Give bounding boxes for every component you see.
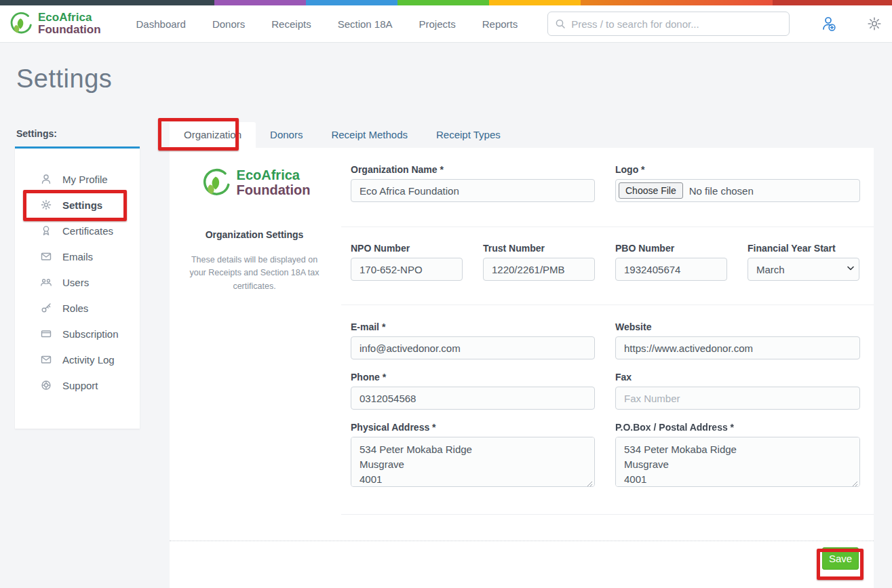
website-label: Website [615, 321, 860, 332]
organization-logo-text: EcoAfrica Foundation [237, 168, 311, 197]
logo-line1: EcoAfrica [237, 168, 311, 183]
top-stripe-segment [306, 0, 397, 5]
tab-receipt-types[interactable]: Receipt Types [422, 122, 515, 148]
organization-name-input[interactable] [351, 179, 595, 202]
settings-tabs: Organization Donors Receipt Methods Rece… [170, 122, 515, 148]
trust-number-input[interactable] [483, 258, 595, 281]
main-nav: Dashboard Donors Receipts Section 18A Pr… [136, 18, 518, 30]
sidebar-item-certificates[interactable]: Certificates [15, 218, 140, 243]
email-input[interactable] [351, 336, 595, 359]
nav-projects[interactable]: Projects [419, 18, 456, 30]
sidebar-item-label: Emails [62, 251, 93, 262]
page-title: Settings [16, 64, 112, 94]
financial-year-start-select[interactable]: March [748, 258, 859, 281]
npo-number-input[interactable] [351, 258, 463, 281]
panel-subtitle: Organization Settings [170, 229, 339, 240]
sidebar-heading: Settings: [16, 128, 57, 139]
email-label: E-mail * [351, 321, 595, 332]
postal-address-label: P.O.Box / Postal Address * [615, 422, 860, 433]
file-chosen-status: No file chosen [689, 185, 754, 197]
nav-donors[interactable]: Donors [212, 18, 245, 30]
npo-number-label: NPO Number [351, 243, 463, 254]
gear-icon[interactable] [866, 16, 883, 32]
pbo-number-input[interactable] [615, 258, 727, 281]
sidebar-item-label: Certificates [62, 225, 113, 237]
leaf-logo-icon [199, 165, 234, 201]
logo-file-input[interactable]: Choose File No file chosen [615, 179, 860, 202]
section-divider [341, 514, 874, 515]
fax-input[interactable] [615, 387, 860, 410]
search-icon [555, 18, 566, 29]
organization-settings-panel: EcoAfrica Foundation Organization Settin… [170, 148, 874, 588]
sidebar-item-roles[interactable]: Roles [15, 295, 140, 321]
top-color-stripe [0, 0, 892, 5]
sidebar-item-label: Roles [62, 302, 88, 314]
fax-label: Fax [615, 372, 860, 383]
tab-organization[interactable]: Organization [170, 122, 256, 148]
nav-reports[interactable]: Reports [482, 18, 518, 30]
top-stripe-segment [214, 0, 306, 5]
organization-logo: EcoAfrica Foundation [199, 165, 311, 201]
top-stripe-segment [489, 0, 581, 5]
postal-address-textarea[interactable]: 534 Peter Mokaba Ridge Musgrave 4001 [615, 437, 860, 487]
financial-year-start-label: Financial Year Start [748, 243, 859, 254]
top-stripe-segment [397, 0, 489, 5]
sidebar-item-activity-log[interactable]: Activity Log [15, 347, 140, 372]
app-header: EcoAfrica Foundation Dashboard Donors Re… [0, 5, 892, 43]
settings-sidebar: My Profile Settings Certificates Emails … [15, 146, 140, 429]
sidebar-item-label: Settings [62, 199, 102, 211]
choose-file-button[interactable]: Choose File [619, 182, 683, 199]
sidebar-item-emails[interactable]: Emails [15, 243, 140, 269]
life-ring-icon [40, 379, 52, 391]
trust-number-label: Trust Number [483, 243, 595, 254]
envelope-icon [40, 353, 52, 366]
donor-search [547, 12, 790, 36]
sidebar-item-label: My Profile [62, 174, 108, 185]
organization-form: Organization Name * Logo * Choose File N… [351, 148, 860, 515]
credit-card-icon [40, 328, 52, 340]
sidebar-item-label: Support [62, 380, 98, 391]
top-stripe-segment [773, 0, 892, 5]
person-icon [40, 173, 52, 185]
envelope-icon [40, 250, 52, 262]
logo-line2: Foundation [237, 183, 311, 198]
organization-name-label: Organization Name * [351, 164, 595, 175]
tab-receipt-methods[interactable]: Receipt Methods [317, 122, 422, 148]
website-input[interactable] [615, 336, 860, 359]
sidebar-item-settings[interactable]: Settings [15, 192, 140, 218]
leaf-logo-icon [7, 9, 35, 38]
physical-address-label: Physical Address * [351, 422, 595, 433]
phone-label: Phone * [351, 372, 595, 383]
panel-info-column: EcoAfrica Foundation Organization Settin… [170, 148, 339, 293]
brand-logo[interactable]: EcoAfrica Foundation [7, 9, 101, 38]
gear-icon [40, 199, 52, 211]
sidebar-item-label: Users [62, 277, 89, 288]
pbo-number-label: PBO Number [615, 243, 727, 254]
sidebar-item-support[interactable]: Support [15, 372, 140, 398]
nav-receipts[interactable]: Receipts [271, 18, 311, 30]
key-icon [40, 302, 52, 314]
tab-donors[interactable]: Donors [256, 122, 317, 148]
users-group-icon [40, 276, 52, 288]
search-input[interactable] [548, 18, 789, 30]
certificate-ribbon-icon [40, 224, 52, 237]
panel-description: These details will be displayed on your … [184, 254, 325, 293]
header-icons [820, 15, 883, 33]
sidebar-item-subscription[interactable]: Subscription [15, 321, 140, 347]
phone-input[interactable] [351, 387, 595, 410]
brand-name: EcoAfrica Foundation [38, 12, 101, 37]
top-stripe-segment [581, 0, 773, 5]
brand-line1: EcoAfrica [38, 12, 101, 24]
brand-line2: Foundation [38, 24, 101, 36]
logo-label: Logo * [615, 164, 860, 175]
add-donor-icon[interactable] [820, 15, 838, 33]
sidebar-item-users[interactable]: Users [15, 269, 140, 295]
save-button[interactable]: Save [822, 547, 859, 570]
sidebar-item-label: Activity Log [62, 354, 115, 366]
nav-section-18a[interactable]: Section 18A [338, 18, 393, 30]
sidebar-item-label: Subscription [62, 328, 119, 340]
nav-dashboard[interactable]: Dashboard [136, 18, 186, 30]
top-stripe-segment [0, 0, 214, 5]
physical-address-textarea[interactable]: 534 Peter Mokaba Ridge Musgrave 4001 [351, 437, 595, 487]
sidebar-item-my-profile[interactable]: My Profile [15, 166, 140, 192]
